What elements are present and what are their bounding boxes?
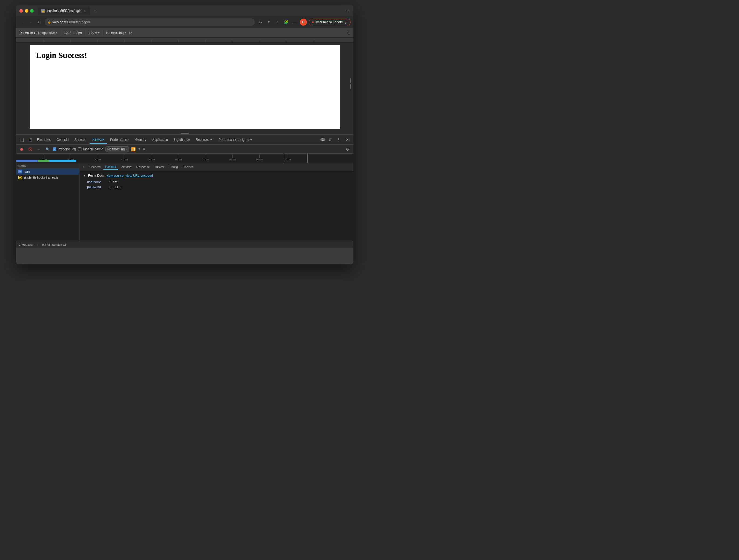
disable-cache-checkbox[interactable]: Disable cache <box>78 147 103 151</box>
view-url-encoded-link[interactable]: view URL-encoded <box>126 174 153 177</box>
tab-perf-insights[interactable]: Performance insights ✦ <box>216 136 255 143</box>
ruler-tick-5 <box>151 40 151 42</box>
payload-tab-payload[interactable]: Payload <box>103 164 118 170</box>
ruler-tick-9 <box>259 40 259 42</box>
preserve-log-checkbox[interactable]: Preserve log <box>53 147 76 151</box>
device-toggle-icon[interactable]: 📱 <box>26 136 34 143</box>
vertical-resize-handle[interactable] <box>350 78 351 89</box>
zoom-label: 100% <box>89 31 97 35</box>
form-field-password: password : 111111 <box>83 184 349 189</box>
rotate-icon[interactable]: ⟳ <box>129 31 132 35</box>
viewport-height[interactable]: 359 <box>77 31 82 35</box>
page-content: Login Success! <box>16 43 353 132</box>
active-tab[interactable]: 🔒 localhost:8080/test/login × <box>38 7 90 15</box>
wifi-icon[interactable]: 📶 <box>131 147 136 151</box>
payload-tab-cookies[interactable]: Cookies <box>181 164 196 170</box>
clear-button[interactable]: 🚫 <box>27 146 33 152</box>
devtools-panel: ⬚ 📱 Elements Console Sources Network Per… <box>16 134 353 248</box>
tab-close-button[interactable]: × <box>83 9 87 13</box>
zoom-selector[interactable]: 100% ▾ <box>89 31 100 35</box>
tab-memory[interactable]: Memory <box>132 136 149 143</box>
relaunch-button[interactable]: Relaunch to update ⋮ <box>309 19 350 25</box>
network-right-controls: ⚙ <box>343 145 351 153</box>
upload-icon[interactable]: ⬆ <box>138 147 141 151</box>
throttle-selector[interactable]: No throttling ▾ <box>106 31 126 35</box>
minimize-icon[interactable]: ⋯ <box>344 8 350 13</box>
device-more-icon[interactable]: ⋮ <box>346 30 350 35</box>
vdrag-bar-1 <box>350 78 351 83</box>
traffic-lights <box>19 9 34 13</box>
requests-count: 2 requests <box>19 243 33 246</box>
file-name-hooks: single-file-hooks-frames.js <box>24 176 58 179</box>
payload-tab-response[interactable]: Response <box>134 164 152 170</box>
relaunch-label: Relaunch to update <box>315 20 343 24</box>
close-window-button[interactable] <box>19 9 23 13</box>
filter-button[interactable]: ⌄ <box>36 146 42 152</box>
new-tab-button[interactable]: + <box>92 7 99 14</box>
address-bar-wrapper: 🔒 localhost:8080/test/login <box>45 18 255 26</box>
share-icon[interactable]: ⬆ <box>265 19 272 26</box>
tm-70ms: 70 ms <box>202 154 209 161</box>
forward-button[interactable]: › <box>27 19 34 25</box>
payload-tab-headers[interactable]: Headers <box>87 164 103 170</box>
bookmark-icon[interactable]: ☆ <box>274 19 281 26</box>
maximize-window-button[interactable] <box>30 9 34 13</box>
file-item-login[interactable]: ≡ login <box>16 169 79 174</box>
devtools-more-icon[interactable]: ⋮ <box>335 136 342 143</box>
tab-application[interactable]: Application <box>149 136 171 143</box>
address-field[interactable]: localhost:8080/test/login <box>45 18 255 26</box>
ruler-tick-4 <box>124 40 124 42</box>
file-list: Name ≡ login JS single-file-hooks-frames… <box>16 163 80 241</box>
payload-close-button[interactable]: × <box>81 164 87 170</box>
username-value: Test <box>111 180 117 184</box>
inspect-element-icon[interactable]: ⬚ <box>18 136 26 143</box>
devtools-badge: 1 <box>320 138 325 141</box>
devtools-right-actions: 1 ⚙ ⋮ ✕ <box>320 136 351 143</box>
tab-network[interactable]: Network <box>90 136 107 143</box>
minimize-window-button[interactable] <box>25 9 28 13</box>
tab-sources[interactable]: Sources <box>72 136 89 143</box>
back-button[interactable]: ‹ <box>19 19 25 25</box>
throttle-arrow-icon: ▾ <box>126 148 127 150</box>
tab-console[interactable]: Console <box>54 136 71 143</box>
devtools-close-icon[interactable]: ✕ <box>343 136 351 143</box>
network-settings-icon[interactable]: ⚙ <box>343 145 351 153</box>
profile-button[interactable]: E <box>300 19 307 26</box>
tab-performance[interactable]: Performance <box>107 136 131 143</box>
payload-tab-timing[interactable]: Timing <box>167 164 180 170</box>
page-body: Login Success! <box>30 45 340 65</box>
tab-elements[interactable]: Elements <box>34 136 53 143</box>
throttle-dropdown[interactable]: No throttling ▾ <box>106 146 129 152</box>
address-url-protocol: localhost <box>52 20 66 24</box>
ruler-tick-2 <box>70 40 70 42</box>
tab-bar: 🔒 localhost:8080/test/login × + <box>38 7 342 15</box>
devtools-resize-handle[interactable] <box>16 132 353 134</box>
devtools-settings-icon[interactable]: ⚙ <box>326 136 334 143</box>
view-source-link[interactable]: view source <box>106 174 123 177</box>
form-data-header: ▼ Form Data view source view URL-encoded <box>83 174 349 177</box>
file-item-hooks[interactable]: JS single-file-hooks-frames.js <box>16 174 79 180</box>
extensions-icon[interactable]: 🧩 <box>283 19 290 26</box>
file-name-login: login <box>24 170 30 173</box>
tm-30ms: 30 ms <box>95 154 101 161</box>
password-value: 111111 <box>111 185 122 189</box>
payload-tab-initiator[interactable]: Initiator <box>152 164 166 170</box>
viewport-width[interactable]: 1218 <box>64 31 71 35</box>
refresh-button[interactable]: ↻ <box>36 19 43 25</box>
payload-tab-preview[interactable]: Preview <box>119 164 134 170</box>
tab-recorder[interactable]: Recorder ✦ <box>193 136 215 143</box>
dimensions-selector[interactable]: Dimensions: Responsive ▾ <box>19 31 57 35</box>
throttle-value: No throttling <box>107 147 125 151</box>
username-key: username <box>87 180 109 184</box>
key-icon[interactable]: 🗝 <box>257 19 264 26</box>
ruler-tick-8 <box>232 40 232 42</box>
tab-lighthouse[interactable]: Lighthouse <box>171 136 192 143</box>
record-button[interactable]: ⏺ <box>18 146 25 152</box>
tm-90ms: 90 ms <box>256 154 263 161</box>
download-icon[interactable]: ⬇ <box>143 147 145 151</box>
tl-bar-green <box>38 160 49 162</box>
form-data-triangle: ▼ <box>83 174 86 177</box>
sidepanel-icon[interactable]: ▭ <box>291 19 298 26</box>
search-button[interactable]: 🔍 <box>44 146 51 152</box>
device-toolbar: Dimensions: Responsive ▾ 1218 × 359 100%… <box>16 28 353 38</box>
